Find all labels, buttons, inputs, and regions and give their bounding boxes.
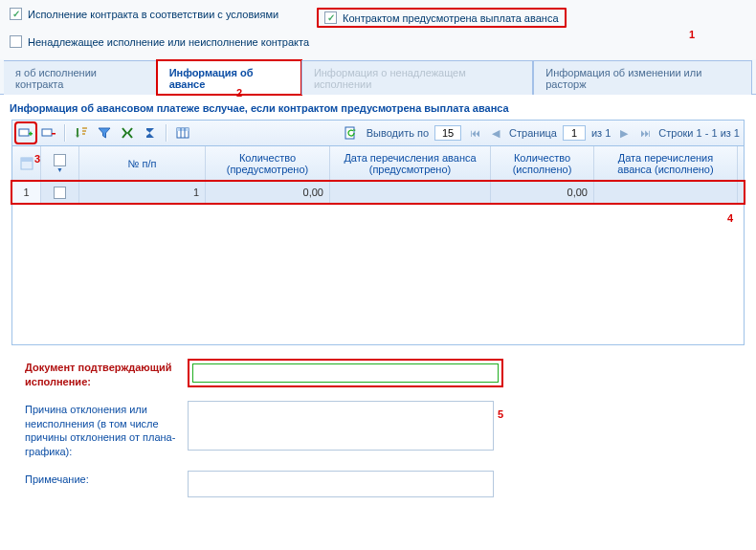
reason-textarea[interactable] [188,401,494,451]
excel-button[interactable] [118,123,137,143]
page-label: Страница [509,127,557,139]
doc-field-wrapper [188,359,503,387]
note-label: Примечание: [25,471,176,487]
reason-label: Причина отклонения или неисполнения (в т… [25,401,176,459]
cell-no[interactable]: 1 [79,182,206,203]
columns-button[interactable] [173,123,192,143]
tab-change-info[interactable]: Информация об изменении или расторж [533,60,752,95]
section-title: Информация об авансовом платеже вслучае,… [0,95,756,120]
note-textarea[interactable] [188,471,494,497]
filter-button[interactable] [95,123,114,143]
delete-row-button[interactable] [39,123,58,143]
exec-conditions-label: Исполнение контракта в соответствии с ус… [28,9,278,20]
sort-button[interactable] [72,123,91,143]
annotation-3: 3 [34,153,40,165]
col-qty-fact[interactable]: Количество (исполнено) [491,146,594,181]
table-row[interactable]: 1 1 0,00 0,00 [12,182,744,203]
per-page-input[interactable] [434,125,461,141]
svg-rect-4 [52,133,56,135]
advance-contract-checkbox[interactable] [324,11,337,24]
refresh-button[interactable] [342,123,361,143]
svg-rect-0 [19,129,29,136]
col-date-fact[interactable]: Дата перечисления аванса (исполнено) [594,146,738,181]
select-all-checkbox[interactable] [54,154,66,166]
col-date-plan[interactable]: Дата перечисления аванса (предусмотрено) [330,146,491,181]
cell-checkbox [41,182,79,203]
exec-conditions-checkbox[interactable] [10,8,22,20]
improper-exec-label: Ненадлежащее исполнение или неисполнение… [28,36,309,48]
col-no[interactable]: № п/п [79,146,206,181]
improper-exec-checkbox[interactable] [10,35,22,48]
svg-rect-6 [177,128,189,131]
col-qty-plan[interactable]: Количество (предусмотрено) [206,146,330,181]
tab-improper-info[interactable]: Информация о ненадлежащем исполнении [301,60,533,95]
cell-date-fact[interactable] [594,182,738,203]
add-row-button[interactable] [16,123,35,143]
annotation-5: 5 [498,408,503,420]
last-page-button[interactable]: ⏭ [637,125,653,141]
prev-page-button[interactable]: ◀ [488,125,503,141]
svg-rect-7 [345,127,354,139]
cell-rownum: 1 [12,182,41,203]
cell-date-plan[interactable] [330,182,491,203]
row-checkbox[interactable] [54,187,66,199]
doc-label: Документ подтверждающий исполнение: [25,359,176,389]
svg-rect-9 [21,158,33,162]
cell-qty-fact[interactable]: 0,00 [491,182,594,203]
cell-qty-plan[interactable]: 0,00 [206,182,330,203]
doc-field[interactable] [192,363,499,383]
data-grid: Выводить по ⏮ ◀ Страница из 1 ▶ ⏭ Строки… [11,120,745,345]
svg-rect-2 [30,132,32,136]
annotation-1: 1 [689,29,695,40]
first-page-button[interactable]: ⏮ [467,125,482,141]
sum-button[interactable] [141,123,160,143]
page-input[interactable] [563,125,586,141]
rows-summary: Строки 1 - 1 из 1 [658,127,740,139]
per-page-label: Выводить по [367,127,429,139]
next-page-button[interactable]: ▶ [616,125,632,141]
advance-contract-label: Контрактом предусмотрена выплата аванса [343,12,558,24]
annotation-4: 4 [727,212,733,224]
tab-exec-info[interactable]: я об исполнении контракта [4,60,157,95]
col-checkbox: ▼ [41,146,79,181]
annotation-2: 2 [236,87,242,99]
svg-rect-3 [42,129,52,136]
tab-advance-info[interactable]: Информация об авансе [157,60,301,95]
page-of: из 1 [591,127,611,139]
